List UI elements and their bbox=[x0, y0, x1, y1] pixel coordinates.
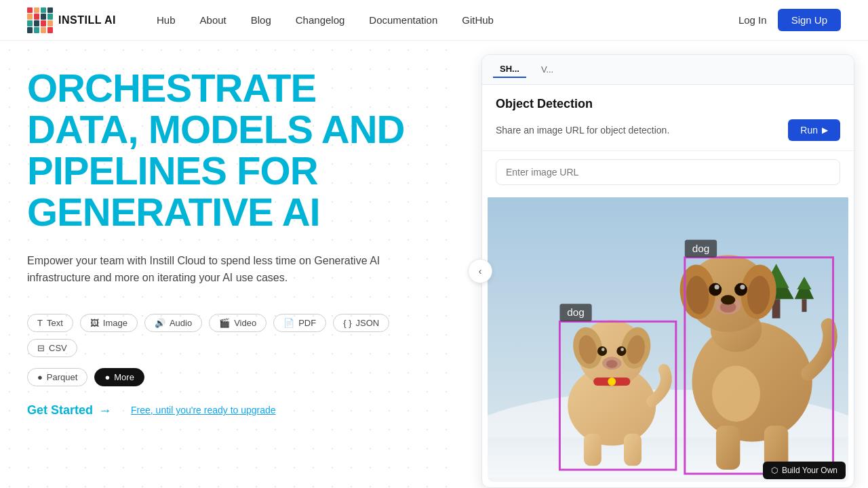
hero-title-line2: DATA, MODELS AND bbox=[27, 109, 434, 150]
nav-link-documentation[interactable]: Documentation bbox=[369, 14, 437, 26]
navbar: INSTILL AI Hub About Blog Changelog Docu… bbox=[0, 0, 868, 41]
data-type-tags-row2: ● Parquet ● More bbox=[27, 368, 434, 386]
run-button[interactable]: Run ▶ bbox=[788, 119, 840, 141]
more-icon: ● bbox=[104, 372, 110, 382]
dog-scene-svg: dog dog bbox=[488, 193, 848, 482]
get-started-label: Get Started bbox=[27, 403, 93, 418]
od-description: Share an image URL for object detection. bbox=[496, 125, 669, 136]
tag-video[interactable]: 🎬 Video bbox=[209, 314, 267, 332]
svg-point-45 bbox=[721, 295, 735, 304]
run-label: Run bbox=[800, 125, 818, 136]
card-stack: ‹ SH... V... Object Detection Share an i… bbox=[481, 54, 854, 488]
svg-point-39 bbox=[709, 283, 722, 296]
hero-cta: Get Started → Free, until you're ready t… bbox=[27, 403, 434, 418]
image-url-input[interactable] bbox=[496, 159, 840, 185]
build-icon: ⬡ bbox=[771, 466, 778, 475]
tag-text-label: Text bbox=[47, 318, 63, 328]
tag-parquet[interactable]: ● Parquet bbox=[27, 368, 87, 386]
od-image-container: dog dog bbox=[488, 193, 848, 482]
demo-panel: ‹ SH... V... Object Detection Share an i… bbox=[461, 41, 868, 488]
hero-title-line1: ORCHESTRATE bbox=[27, 68, 434, 109]
tag-image[interactable]: 🖼 Image bbox=[80, 314, 138, 332]
tag-parquet-label: Parquet bbox=[47, 372, 78, 382]
tag-json[interactable]: { } JSON bbox=[333, 314, 389, 332]
parquet-icon: ● bbox=[37, 372, 43, 382]
nav-links: Hub About Blog Changelog Documentation G… bbox=[157, 14, 738, 26]
signup-button[interactable]: Sign Up bbox=[778, 9, 841, 31]
pdf-icon: 📄 bbox=[283, 318, 294, 328]
video-icon: 🎬 bbox=[219, 318, 230, 328]
build-your-own-button[interactable]: ⬡ Build Your Own bbox=[763, 462, 846, 479]
nav-link-blog[interactable]: Blog bbox=[251, 14, 271, 26]
tag-csv[interactable]: ⊟ CSV bbox=[27, 339, 77, 357]
collapse-button[interactable]: ‹ bbox=[468, 259, 492, 283]
main-content: ORCHESTRATE DATA, MODELS AND PIPELINES F… bbox=[0, 41, 868, 488]
build-label: Build Your Own bbox=[782, 466, 837, 475]
text-icon: T bbox=[37, 318, 43, 328]
arrow-icon: → bbox=[98, 403, 112, 418]
demo-tab-v[interactable]: V... bbox=[534, 62, 560, 77]
hero-title-line4: GENERATIVE AI bbox=[27, 192, 434, 233]
tag-audio[interactable]: 🔊 Audio bbox=[144, 314, 202, 332]
free-text-link[interactable]: Free, until you're ready to upgrade bbox=[131, 405, 276, 415]
hero-title: ORCHESTRATE DATA, MODELS AND PIPELINES F… bbox=[27, 68, 434, 233]
tag-more[interactable]: ● More bbox=[94, 368, 144, 386]
demo-tab-sh[interactable]: SH... bbox=[493, 61, 526, 78]
svg-point-21 bbox=[597, 346, 607, 356]
tag-video-label: Video bbox=[234, 318, 256, 328]
tag-json-label: JSON bbox=[356, 318, 380, 328]
svg-rect-10 bbox=[802, 299, 806, 312]
svg-point-42 bbox=[740, 285, 745, 289]
hero-subtitle: Empower your team with Instill Cloud to … bbox=[27, 252, 420, 287]
brand-name: INSTILL AI bbox=[58, 14, 116, 26]
tag-audio-label: Audio bbox=[170, 318, 192, 328]
data-type-tags: T Text 🖼 Image 🔊 Audio 🎬 Video 📄 P bbox=[27, 314, 434, 357]
tag-image-label: Image bbox=[103, 318, 127, 328]
svg-point-30 bbox=[608, 378, 616, 386]
hero-title-line3: PIPELINES FOR bbox=[27, 150, 434, 192]
svg-text:dog: dog bbox=[692, 243, 710, 254]
hero-section: ORCHESTRATE DATA, MODELS AND PIPELINES F… bbox=[0, 41, 461, 488]
svg-point-24 bbox=[620, 348, 624, 351]
get-started-button[interactable]: Get Started → bbox=[27, 403, 112, 418]
svg-point-23 bbox=[601, 348, 605, 351]
collapse-icon: ‹ bbox=[479, 266, 482, 277]
tag-pdf-label: PDF bbox=[298, 318, 316, 328]
nav-link-github[interactable]: GitHub bbox=[462, 14, 494, 26]
svg-point-40 bbox=[734, 283, 747, 296]
svg-point-22 bbox=[616, 346, 626, 356]
nav-link-changelog[interactable]: Changelog bbox=[296, 14, 345, 26]
image-icon: 🖼 bbox=[90, 318, 99, 328]
od-top-row: Share an image URL for object detection.… bbox=[496, 119, 840, 141]
svg-point-32 bbox=[712, 365, 760, 422]
nav-actions: Log In Sign Up bbox=[738, 9, 841, 31]
svg-point-26 bbox=[606, 360, 618, 368]
nav-link-about[interactable]: About bbox=[200, 14, 226, 26]
svg-rect-27 bbox=[584, 434, 601, 466]
tag-text[interactable]: T Text bbox=[27, 314, 73, 332]
od-header: Object Detection Share an image URL for … bbox=[482, 85, 854, 151]
svg-rect-46 bbox=[716, 426, 740, 470]
svg-rect-28 bbox=[624, 434, 642, 466]
tag-more-label: More bbox=[114, 372, 134, 382]
logo[interactable]: INSTILL AI bbox=[27, 7, 116, 33]
svg-text:dog: dog bbox=[567, 306, 585, 318]
logo-grid bbox=[27, 7, 53, 33]
csv-icon: ⊟ bbox=[37, 343, 45, 353]
nav-link-hub[interactable]: Hub bbox=[157, 14, 176, 26]
hero-content: ORCHESTRATE DATA, MODELS AND PIPELINES F… bbox=[27, 68, 434, 418]
tag-csv-label: CSV bbox=[49, 343, 67, 353]
object-detection-card: SH... V... Object Detection Share an ima… bbox=[481, 54, 854, 488]
audio-icon: 🔊 bbox=[155, 318, 165, 328]
od-title: Object Detection bbox=[496, 97, 840, 111]
run-icon: ▶ bbox=[822, 125, 828, 135]
tag-pdf[interactable]: 📄 PDF bbox=[273, 314, 326, 332]
demo-nav-tabs: SH... V... bbox=[482, 55, 854, 85]
json-icon: { } bbox=[343, 318, 351, 328]
login-button[interactable]: Log In bbox=[738, 14, 767, 26]
svg-point-41 bbox=[715, 285, 719, 289]
